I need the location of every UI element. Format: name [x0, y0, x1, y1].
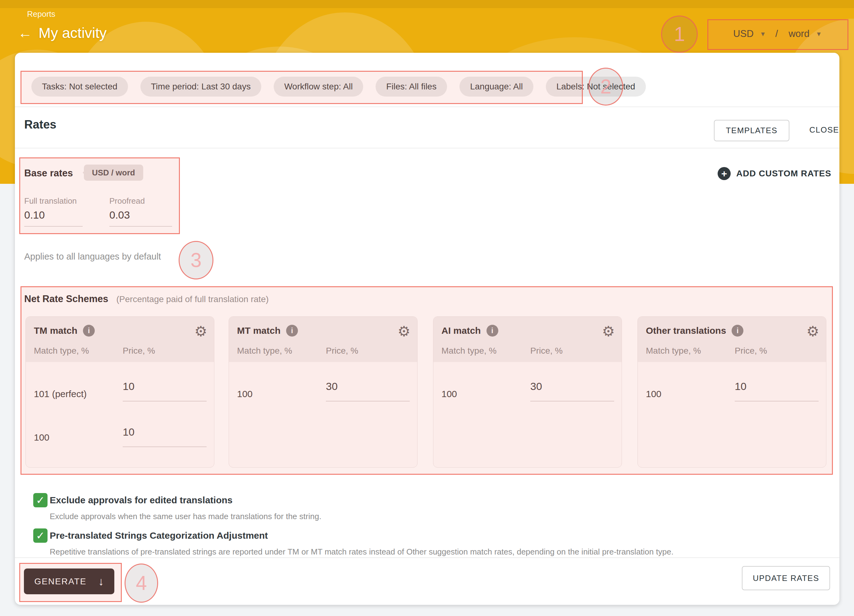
add-custom-rates-button[interactable]: + ADD CUSTOM RATES [718, 167, 831, 180]
filter-chip-files[interactable]: Files: All files [375, 77, 447, 97]
scheme-card-header: TM match i ⚙ Match type, % Price, % [26, 317, 214, 362]
templates-button[interactable]: TEMPLATES [714, 120, 789, 141]
price-input[interactable]: 30 [530, 380, 614, 402]
info-icon[interactable]: i [486, 325, 498, 336]
filter-chip-labels[interactable]: Labels: Not selected [546, 77, 646, 97]
scheme-card-ai-match: AI match i ⚙ Match type, % Price, % 100 … [433, 316, 622, 468]
price-input[interactable]: 10 [123, 380, 207, 402]
scheme-card-mt-match: MT match i ⚙ Match type, % Price, % 100 … [229, 316, 418, 468]
proofread-field[interactable]: Proofread 0.03 [109, 196, 172, 227]
match-type-value: 100 [441, 389, 457, 399]
scheme-card-header: MT match i ⚙ Match type, % Price, % [229, 317, 417, 362]
currency-unit-selector: USD ▾ / word ▾ [708, 19, 846, 48]
currency-unit-separator: / [775, 28, 778, 40]
price-input[interactable]: 10 [735, 380, 819, 402]
scheme-card-tm-match: TM match i ⚙ Match type, % Price, % 101 … [26, 316, 214, 468]
column-price: Price, % [735, 346, 767, 356]
scheme-card-header: Other translations i ⚙ Match type, % Pri… [638, 317, 826, 362]
divider [15, 557, 839, 558]
full-translation-label: Full translation [24, 196, 82, 206]
price-input[interactable]: 30 [326, 380, 410, 402]
chevron-down-icon: ▾ [761, 30, 765, 38]
net-rate-schemes-title: Net Rate Schemes [24, 294, 108, 304]
match-type-value: 100 [34, 432, 49, 443]
column-price: Price, % [326, 346, 358, 356]
checkbox-exclude-approvals[interactable]: ✓ [33, 493, 47, 507]
info-icon[interactable]: i [286, 325, 298, 336]
download-arrow-icon: ↓ [98, 576, 104, 587]
close-button[interactable]: CLOSE [804, 120, 844, 140]
filter-chip-language[interactable]: Language: All [459, 77, 534, 97]
option-description-pretranslated-adjustment: Repetitive translations of pre-translate… [50, 547, 674, 557]
column-price: Price, % [530, 346, 563, 356]
match-type-value: 101 (perfect) [34, 389, 87, 399]
gear-icon[interactable]: ⚙ [194, 324, 207, 338]
info-icon[interactable]: i [732, 325, 743, 336]
proofread-label: Proofread [109, 196, 172, 206]
checkbox-pretranslated-adjustment[interactable]: ✓ [33, 528, 47, 543]
match-type-value: 100 [646, 389, 661, 399]
column-match-type: Match type, % [34, 346, 89, 356]
breadcrumb[interactable]: Reports [27, 9, 55, 19]
back-arrow-icon[interactable]: ← [18, 26, 32, 40]
divider [15, 106, 839, 107]
info-icon[interactable]: i [83, 325, 95, 336]
scheme-card-other-translations: Other translations i ⚙ Match type, % Pri… [637, 316, 827, 468]
full-translation-field[interactable]: Full translation 0.10 [24, 196, 82, 227]
column-match-type: Match type, % [646, 346, 701, 356]
option-label-exclude-approvals: Exclude approvals for edited translation… [50, 495, 233, 505]
page-title: My activity [38, 24, 107, 41]
generate-button[interactable]: GENERATE ↓ [24, 569, 114, 594]
gear-icon[interactable]: ⚙ [398, 324, 410, 338]
unit-value: word [788, 28, 809, 40]
proofread-value[interactable]: 0.03 [109, 209, 172, 221]
rates-section-title: Rates [24, 118, 56, 131]
filter-chip-tasks[interactable]: Tasks: Not selected [31, 77, 128, 97]
base-rates-currency-badge: USD / word [84, 164, 143, 181]
net-rate-schemes-subtitle: (Percentage paid of full translation rat… [116, 294, 269, 304]
chevron-down-icon: ▾ [817, 30, 821, 38]
divider [15, 148, 839, 148]
match-type-value: 100 [237, 389, 253, 399]
scheme-title: TM match [34, 325, 77, 336]
unit-select[interactable]: word ▾ [788, 28, 820, 40]
reports-page: Reports ← My activity USD ▾ / word ▾ Tas… [0, 0, 854, 616]
filters-row: Tasks: Not selected Time period: Last 30… [31, 77, 646, 97]
scheme-title: AI match [441, 325, 481, 336]
full-translation-value[interactable]: 0.10 [24, 209, 82, 221]
filter-chip-workflow-step[interactable]: Workflow step: All [274, 77, 363, 97]
scheme-title: Other translations [646, 325, 726, 336]
currency-select[interactable]: USD ▾ [733, 28, 765, 40]
base-rates-title: Base rates [24, 168, 73, 179]
option-description-exclude-approvals: Exclude approvals when the same user has… [50, 512, 321, 521]
applies-note: Applies to all languages by default [24, 251, 161, 262]
scheme-title: MT match [237, 325, 281, 336]
column-match-type: Match type, % [441, 346, 496, 356]
gear-icon[interactable]: ⚙ [602, 324, 615, 338]
update-rates-button[interactable]: UPDATE RATES [742, 566, 830, 590]
generate-button-label: GENERATE [35, 576, 87, 587]
scheme-card-header: AI match i ⚙ Match type, % Price, % [433, 317, 622, 362]
currency-value: USD [733, 28, 753, 40]
gear-icon[interactable]: ⚙ [807, 324, 819, 338]
column-match-type: Match type, % [237, 346, 292, 356]
price-input[interactable]: 10 [123, 426, 207, 447]
column-price: Price, % [123, 346, 155, 356]
report-card: Tasks: Not selected Time period: Last 30… [15, 53, 839, 605]
filter-chip-time-period[interactable]: Time period: Last 30 days [140, 77, 261, 97]
add-custom-rates-label: ADD CUSTOM RATES [736, 169, 831, 178]
plus-icon: + [718, 167, 730, 180]
option-label-pretranslated-adjustment: Pre-translated Strings Categorization Ad… [50, 530, 268, 541]
